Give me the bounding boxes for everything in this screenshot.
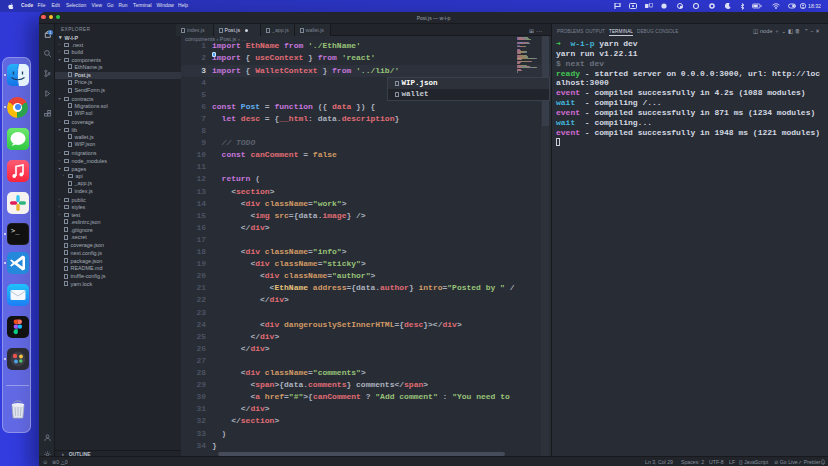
svg-text:>_: >_ bbox=[11, 227, 20, 235]
